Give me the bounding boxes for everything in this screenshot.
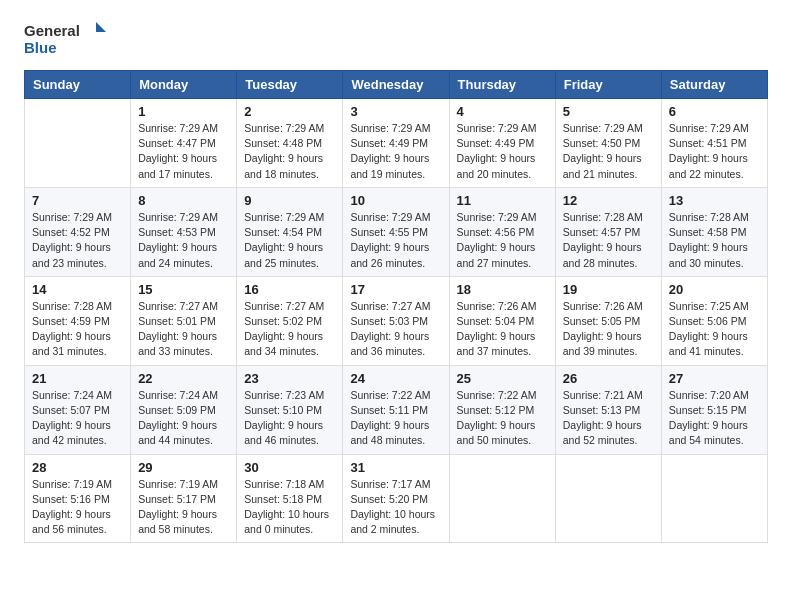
weekday-header-friday: Friday: [555, 71, 661, 99]
day-number: 8: [138, 193, 229, 208]
logo: GeneralBlue: [24, 20, 114, 60]
weekday-header-sunday: Sunday: [25, 71, 131, 99]
calendar-cell: 18Sunrise: 7:26 AMSunset: 5:04 PMDayligh…: [449, 276, 555, 365]
logo-svg: GeneralBlue: [24, 20, 114, 60]
day-info: Sunrise: 7:27 AMSunset: 5:03 PMDaylight:…: [350, 299, 441, 360]
day-info: Sunrise: 7:29 AMSunset: 4:53 PMDaylight:…: [138, 210, 229, 271]
weekday-header-saturday: Saturday: [661, 71, 767, 99]
day-number: 29: [138, 460, 229, 475]
day-info: Sunrise: 7:29 AMSunset: 4:49 PMDaylight:…: [350, 121, 441, 182]
svg-marker-0: [96, 22, 106, 32]
day-info: Sunrise: 7:19 AMSunset: 5:17 PMDaylight:…: [138, 477, 229, 538]
day-number: 13: [669, 193, 760, 208]
calendar-cell: 31Sunrise: 7:17 AMSunset: 5:20 PMDayligh…: [343, 454, 449, 543]
weekday-header-wednesday: Wednesday: [343, 71, 449, 99]
calendar-cell: 19Sunrise: 7:26 AMSunset: 5:05 PMDayligh…: [555, 276, 661, 365]
day-info: Sunrise: 7:29 AMSunset: 4:48 PMDaylight:…: [244, 121, 335, 182]
day-info: Sunrise: 7:28 AMSunset: 4:58 PMDaylight:…: [669, 210, 760, 271]
day-number: 30: [244, 460, 335, 475]
day-number: 21: [32, 371, 123, 386]
day-info: Sunrise: 7:22 AMSunset: 5:11 PMDaylight:…: [350, 388, 441, 449]
calendar-week-row: 21Sunrise: 7:24 AMSunset: 5:07 PMDayligh…: [25, 365, 768, 454]
calendar-cell: 4Sunrise: 7:29 AMSunset: 4:49 PMDaylight…: [449, 99, 555, 188]
day-number: 11: [457, 193, 548, 208]
calendar-cell: 17Sunrise: 7:27 AMSunset: 5:03 PMDayligh…: [343, 276, 449, 365]
day-info: Sunrise: 7:26 AMSunset: 5:05 PMDaylight:…: [563, 299, 654, 360]
calendar-cell: 8Sunrise: 7:29 AMSunset: 4:53 PMDaylight…: [131, 187, 237, 276]
day-number: 18: [457, 282, 548, 297]
svg-text:General: General: [24, 22, 80, 39]
day-info: Sunrise: 7:26 AMSunset: 5:04 PMDaylight:…: [457, 299, 548, 360]
day-number: 4: [457, 104, 548, 119]
calendar-cell: 29Sunrise: 7:19 AMSunset: 5:17 PMDayligh…: [131, 454, 237, 543]
day-info: Sunrise: 7:29 AMSunset: 4:47 PMDaylight:…: [138, 121, 229, 182]
calendar-table: SundayMondayTuesdayWednesdayThursdayFrid…: [24, 70, 768, 543]
day-number: 9: [244, 193, 335, 208]
calendar-cell: 20Sunrise: 7:25 AMSunset: 5:06 PMDayligh…: [661, 276, 767, 365]
calendar-cell: 13Sunrise: 7:28 AMSunset: 4:58 PMDayligh…: [661, 187, 767, 276]
day-number: 23: [244, 371, 335, 386]
day-info: Sunrise: 7:24 AMSunset: 5:09 PMDaylight:…: [138, 388, 229, 449]
weekday-header-tuesday: Tuesday: [237, 71, 343, 99]
day-info: Sunrise: 7:29 AMSunset: 4:49 PMDaylight:…: [457, 121, 548, 182]
calendar-cell: [25, 99, 131, 188]
calendar-cell: 27Sunrise: 7:20 AMSunset: 5:15 PMDayligh…: [661, 365, 767, 454]
day-info: Sunrise: 7:23 AMSunset: 5:10 PMDaylight:…: [244, 388, 335, 449]
day-number: 25: [457, 371, 548, 386]
day-number: 16: [244, 282, 335, 297]
page-header: GeneralBlue: [24, 20, 768, 60]
day-info: Sunrise: 7:19 AMSunset: 5:16 PMDaylight:…: [32, 477, 123, 538]
calendar-cell: 28Sunrise: 7:19 AMSunset: 5:16 PMDayligh…: [25, 454, 131, 543]
day-number: 5: [563, 104, 654, 119]
calendar-cell: 2Sunrise: 7:29 AMSunset: 4:48 PMDaylight…: [237, 99, 343, 188]
calendar-cell: [661, 454, 767, 543]
calendar-cell: 9Sunrise: 7:29 AMSunset: 4:54 PMDaylight…: [237, 187, 343, 276]
calendar-cell: 7Sunrise: 7:29 AMSunset: 4:52 PMDaylight…: [25, 187, 131, 276]
day-number: 22: [138, 371, 229, 386]
day-info: Sunrise: 7:18 AMSunset: 5:18 PMDaylight:…: [244, 477, 335, 538]
day-info: Sunrise: 7:27 AMSunset: 5:01 PMDaylight:…: [138, 299, 229, 360]
calendar-cell: 11Sunrise: 7:29 AMSunset: 4:56 PMDayligh…: [449, 187, 555, 276]
day-number: 3: [350, 104, 441, 119]
day-info: Sunrise: 7:25 AMSunset: 5:06 PMDaylight:…: [669, 299, 760, 360]
day-info: Sunrise: 7:28 AMSunset: 4:59 PMDaylight:…: [32, 299, 123, 360]
day-info: Sunrise: 7:21 AMSunset: 5:13 PMDaylight:…: [563, 388, 654, 449]
calendar-cell: 22Sunrise: 7:24 AMSunset: 5:09 PMDayligh…: [131, 365, 237, 454]
day-info: Sunrise: 7:28 AMSunset: 4:57 PMDaylight:…: [563, 210, 654, 271]
calendar-cell: 25Sunrise: 7:22 AMSunset: 5:12 PMDayligh…: [449, 365, 555, 454]
day-info: Sunrise: 7:22 AMSunset: 5:12 PMDaylight:…: [457, 388, 548, 449]
day-number: 24: [350, 371, 441, 386]
calendar-cell: 30Sunrise: 7:18 AMSunset: 5:18 PMDayligh…: [237, 454, 343, 543]
day-info: Sunrise: 7:29 AMSunset: 4:50 PMDaylight:…: [563, 121, 654, 182]
day-number: 26: [563, 371, 654, 386]
calendar-cell: 12Sunrise: 7:28 AMSunset: 4:57 PMDayligh…: [555, 187, 661, 276]
calendar-cell: 15Sunrise: 7:27 AMSunset: 5:01 PMDayligh…: [131, 276, 237, 365]
day-info: Sunrise: 7:24 AMSunset: 5:07 PMDaylight:…: [32, 388, 123, 449]
day-number: 6: [669, 104, 760, 119]
calendar-cell: [555, 454, 661, 543]
svg-text:Blue: Blue: [24, 39, 57, 56]
day-number: 31: [350, 460, 441, 475]
calendar-week-row: 7Sunrise: 7:29 AMSunset: 4:52 PMDaylight…: [25, 187, 768, 276]
calendar-cell: 5Sunrise: 7:29 AMSunset: 4:50 PMDaylight…: [555, 99, 661, 188]
weekday-header-monday: Monday: [131, 71, 237, 99]
day-number: 20: [669, 282, 760, 297]
calendar-cell: 24Sunrise: 7:22 AMSunset: 5:11 PMDayligh…: [343, 365, 449, 454]
calendar-cell: 16Sunrise: 7:27 AMSunset: 5:02 PMDayligh…: [237, 276, 343, 365]
day-number: 27: [669, 371, 760, 386]
day-number: 12: [563, 193, 654, 208]
weekday-header-row: SundayMondayTuesdayWednesdayThursdayFrid…: [25, 71, 768, 99]
day-info: Sunrise: 7:29 AMSunset: 4:51 PMDaylight:…: [669, 121, 760, 182]
day-info: Sunrise: 7:29 AMSunset: 4:52 PMDaylight:…: [32, 210, 123, 271]
calendar-week-row: 1Sunrise: 7:29 AMSunset: 4:47 PMDaylight…: [25, 99, 768, 188]
day-number: 2: [244, 104, 335, 119]
day-number: 28: [32, 460, 123, 475]
day-number: 7: [32, 193, 123, 208]
day-info: Sunrise: 7:20 AMSunset: 5:15 PMDaylight:…: [669, 388, 760, 449]
calendar-cell: 14Sunrise: 7:28 AMSunset: 4:59 PMDayligh…: [25, 276, 131, 365]
day-info: Sunrise: 7:17 AMSunset: 5:20 PMDaylight:…: [350, 477, 441, 538]
calendar-cell: 26Sunrise: 7:21 AMSunset: 5:13 PMDayligh…: [555, 365, 661, 454]
day-number: 1: [138, 104, 229, 119]
calendar-cell: [449, 454, 555, 543]
day-info: Sunrise: 7:29 AMSunset: 4:55 PMDaylight:…: [350, 210, 441, 271]
